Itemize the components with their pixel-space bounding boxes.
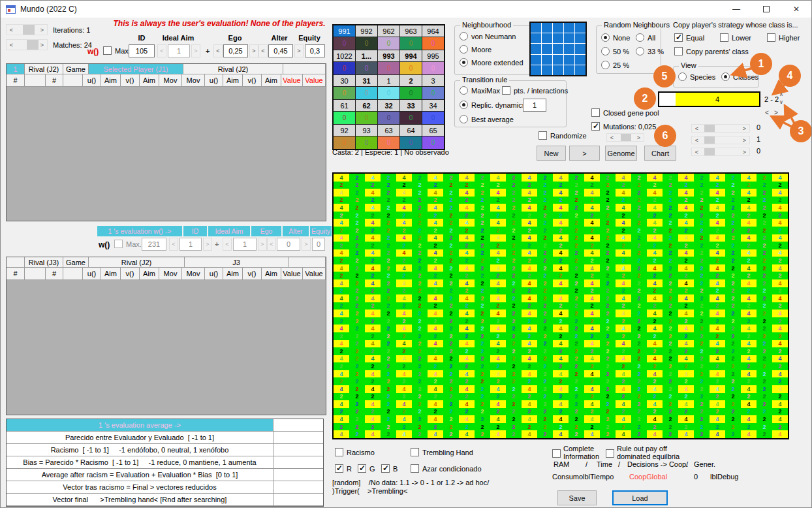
world-grid-cell[interactable]: 2 <box>537 393 553 401</box>
world-grid-cell[interactable]: 4 <box>396 340 412 348</box>
world-grid-cell[interactable]: 2 <box>537 242 553 249</box>
world-grid-cell[interactable]: 2 <box>349 377 365 385</box>
world-grid-cell[interactable]: 2 <box>349 317 365 325</box>
world-grid-cell[interactable]: 4 <box>678 325 694 332</box>
world-grid-cell[interactable]: 2 <box>600 212 616 219</box>
world-grid-cell[interactable]: 2 <box>522 287 537 295</box>
world-grid-cell[interactable]: 2 <box>396 242 412 249</box>
world-grid-cell[interactable]: 2 <box>537 257 553 264</box>
world-grid-cell[interactable]: 2 <box>553 182 569 189</box>
world-grid-cell[interactable]: 2 <box>412 332 428 340</box>
world-grid-cell[interactable]: 2 <box>694 423 710 431</box>
world-grid-cell[interactable]: 2 <box>412 227 428 234</box>
world-grid-cell[interactable]: 2 <box>741 227 757 234</box>
world-grid-cell[interactable]: 2 <box>694 219 710 227</box>
world-grid-cell[interactable]: 4 <box>741 294 757 302</box>
world-grid-cell[interactable]: 2 <box>334 227 349 234</box>
world-grid-cell[interactable]: 2 <box>694 347 710 355</box>
world-grid-cell[interactable]: 2 <box>475 219 490 227</box>
world-grid-cell[interactable]: 4 <box>584 355 600 363</box>
palette-species-label[interactable]: 1022 <box>334 50 355 61</box>
world-grid-cell[interactable]: 2 <box>349 174 365 182</box>
world-grid-cell[interactable]: 2 <box>600 393 616 401</box>
world-grid-cell[interactable]: 2 <box>381 249 396 257</box>
world-grid-cell[interactable]: 4 <box>334 249 349 257</box>
world-grid-cell[interactable]: 2 <box>600 272 616 279</box>
world-grid-cell[interactable]: 2 <box>475 362 490 370</box>
world-grid-cell[interactable]: 4 <box>334 294 349 302</box>
world-grid-cell[interactable]: 4 <box>334 430 349 438</box>
world-grid-cell[interactable]: 2 <box>475 212 490 219</box>
world-grid-cell[interactable]: 4 <box>647 310 663 317</box>
world-grid-cell[interactable]: 2 <box>741 408 757 416</box>
world-grid-cell[interactable]: 2 <box>396 408 412 416</box>
world-grid-cell[interactable]: 2 <box>412 415 428 423</box>
world-grid-cell[interactable]: 4 <box>616 189 631 197</box>
world-grid-cell[interactable]: 2 <box>365 302 381 310</box>
world-grid-cell[interactable]: 2 <box>647 287 663 295</box>
world-grid-cell[interactable]: 2 <box>537 347 553 355</box>
world-grid-cell[interactable]: 2 <box>616 227 631 234</box>
world-grid-cell[interactable]: 2 <box>725 264 741 272</box>
palette-color-cell[interactable]: 0 <box>400 112 422 124</box>
world-grid-cell[interactable]: 2 <box>334 423 349 431</box>
world-grid-cell[interactable]: 2 <box>506 362 522 370</box>
world-grid-cell[interactable]: 4 <box>584 174 600 182</box>
world-grid-cell[interactable]: 2 <box>412 249 428 257</box>
world-grid-cell[interactable]: 2 <box>600 174 616 182</box>
world-grid-cell[interactable]: 4 <box>490 204 506 212</box>
world-grid-cell[interactable]: 2 <box>412 287 428 295</box>
world-grid-cell[interactable]: 4 <box>396 234 412 242</box>
world-grid-cell[interactable]: 2 <box>506 393 522 401</box>
world-grid-cell[interactable]: 2 <box>365 272 381 279</box>
world-grid-cell[interactable]: 2 <box>725 204 741 212</box>
world-grid-cell[interactable]: 2 <box>349 234 365 242</box>
world-grid-cell[interactable]: 2 <box>349 249 365 257</box>
world-grid-cell[interactable]: 2 <box>506 400 522 408</box>
world-grid-cell[interactable]: 2 <box>506 325 522 332</box>
world-grid-cell[interactable]: 2 <box>569 302 584 310</box>
world-grid-cell[interactable]: 2 <box>365 347 381 355</box>
world-grid-cell[interactable]: 2 <box>490 317 506 325</box>
world-grid-cell[interactable]: 2 <box>522 302 537 310</box>
matches-scrollbar[interactable]: < > <box>6 39 48 50</box>
world-grid-cell[interactable]: 2 <box>678 287 694 295</box>
world-grid-cell[interactable]: 2 <box>725 408 741 416</box>
world-grid-cell[interactable]: 2 <box>694 430 710 438</box>
world-grid-cell[interactable]: 4 <box>490 400 506 408</box>
world-grid-cell[interactable]: 4 <box>678 385 694 393</box>
side-scrollbar[interactable]: <> <box>691 148 750 156</box>
world-grid-cell[interactable]: 2 <box>710 347 725 355</box>
world-grid-cell[interactable]: 2 <box>663 408 678 416</box>
world-grid-cell[interactable]: 4 <box>616 430 631 438</box>
world-grid-cell[interactable]: 2 <box>412 340 428 348</box>
world-grid-cell[interactable]: 4 <box>490 264 506 272</box>
world-grid-cell[interactable]: 2 <box>694 249 710 257</box>
world-grid-cell[interactable]: 4 <box>396 204 412 212</box>
world-grid-cell[interactable]: 2 <box>428 347 443 355</box>
world-grid-cell[interactable]: 2 <box>725 423 741 431</box>
world-grid-cell[interactable]: 2 <box>412 400 428 408</box>
world-grid-cell[interactable]: 4 <box>678 219 694 227</box>
world-grid-cell[interactable]: 2 <box>663 325 678 332</box>
world-grid-cell[interactable]: 2 <box>443 219 459 227</box>
world-grid-cell[interactable]: 2 <box>741 377 757 385</box>
world-grid-cell[interactable]: 2 <box>569 340 584 348</box>
world-grid-cell[interactable]: 2 <box>506 204 522 212</box>
world-grid-cell[interactable]: 4 <box>584 234 600 242</box>
world-grid-cell[interactable]: 2 <box>757 317 772 325</box>
scroll-right-icon[interactable]: > <box>37 25 47 35</box>
world-grid-cell[interactable]: 2 <box>412 355 428 363</box>
world-grid-cell[interactable]: 4 <box>710 294 725 302</box>
world-grid-cell[interactable]: 2 <box>663 430 678 438</box>
world-grid-cell[interactable]: 2 <box>365 182 381 189</box>
world-grid-cell[interactable]: 2 <box>490 257 506 264</box>
world-grid-cell[interactable]: 2 <box>537 385 553 393</box>
alter-decrement[interactable]: < <box>258 44 268 57</box>
world-grid-cell[interactable]: 2 <box>396 317 412 325</box>
world-grid-cell[interactable]: 2 <box>522 212 537 219</box>
world-grid-cell[interactable]: 4 <box>678 234 694 242</box>
world-grid-cell[interactable]: 2 <box>631 294 647 302</box>
world-grid-cell[interactable]: 2 <box>663 377 678 385</box>
higher-checkbox[interactable]: Higher <box>767 33 800 42</box>
